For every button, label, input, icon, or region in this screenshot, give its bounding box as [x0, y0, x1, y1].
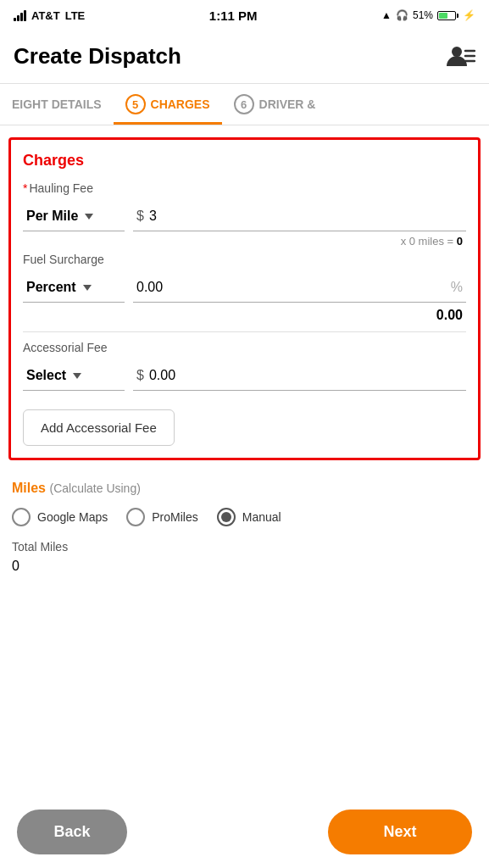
hauling-fee-value[interactable]: 3	[149, 209, 157, 224]
signal-icon	[14, 9, 26, 21]
miles-section: Miles (Calculate Using) Google Maps ProM…	[0, 472, 489, 599]
status-left: AT&T LTE	[14, 9, 85, 22]
total-miles-label: Total Miles	[12, 540, 477, 554]
fuel-dropdown-arrow-icon	[83, 285, 92, 291]
accessorial-fee-dropdown[interactable]: Select	[23, 361, 125, 391]
manual-radio-label: Manual	[242, 510, 281, 524]
hauling-dropdown-arrow-icon	[85, 214, 93, 220]
next-button[interactable]: Next	[328, 810, 472, 854]
time-label: 1:11 PM	[209, 8, 258, 23]
back-button[interactable]: Back	[17, 810, 127, 854]
location-icon: ▲	[381, 9, 392, 21]
header: Create Dispatch	[0, 31, 489, 84]
fuel-surcharge-value[interactable]: 0.00	[136, 280, 163, 295]
status-bar: AT&T LTE 1:11 PM ▲ 🎧 51% ⚡	[0, 0, 489, 31]
tab-driver-number: 6	[234, 94, 254, 114]
tab-charges-label: CHARGES	[151, 97, 210, 111]
page-title: Create Dispatch	[14, 43, 181, 70]
accessorial-fee-value[interactable]: 0.00	[149, 368, 175, 383]
miles-calc-display: x 0 miles = 0	[23, 235, 466, 248]
fuel-surcharge-label: Fuel Surcharge	[23, 253, 466, 266]
percent-symbol: %	[451, 280, 463, 295]
main-content: Charges *Hauling Fee Per Mile $ 3 x 0 mi…	[0, 137, 489, 599]
fuel-surcharge-value-container: 0.00 %	[133, 273, 466, 303]
tab-freight-label: EIGHT DETAILS	[12, 97, 102, 111]
headphone-icon: 🎧	[396, 9, 408, 21]
accessorial-fee-row: Select $ 0.00	[23, 361, 466, 391]
status-right: ▲ 🎧 51% ⚡	[381, 9, 475, 21]
google-maps-radio-circle[interactable]	[12, 508, 31, 526]
manual-radio-option[interactable]: Manual	[217, 508, 281, 526]
fuel-surcharge-dropdown[interactable]: Percent	[23, 273, 125, 303]
promiles-radio-option[interactable]: ProMiles	[126, 508, 197, 526]
accessorial-currency-symbol: $	[136, 368, 144, 383]
carrier-label: AT&T	[31, 9, 60, 22]
tab-driver-label: DRIVER &	[259, 97, 316, 111]
fuel-surcharge-total: 0.00	[26, 308, 463, 323]
tab-charges-number: 5	[125, 94, 146, 114]
accessorial-fee-value-container: $ 0.00	[133, 361, 466, 391]
tab-bar: EIGHT DETAILS 5 CHARGES 6 DRIVER &	[0, 84, 489, 125]
miles-calc-result: 0	[457, 235, 463, 248]
fuel-surcharge-row: Percent 0.00 %	[23, 273, 466, 303]
battery-icon	[437, 11, 458, 20]
charging-icon: ⚡	[463, 9, 475, 21]
total-miles-value: 0	[12, 559, 477, 574]
hauling-fee-dropdown-label: Per Mile	[26, 209, 78, 224]
miles-title: Miles (Calculate Using)	[12, 481, 477, 496]
tab-driver[interactable]: 6 DRIVER &	[222, 84, 328, 125]
accessorial-fee-label: Accessorial Fee	[23, 341, 466, 354]
user-menu-icon[interactable]	[442, 39, 475, 73]
svg-point-0	[452, 47, 462, 57]
google-maps-radio-option[interactable]: Google Maps	[12, 508, 108, 526]
fuel-surcharge-dropdown-label: Percent	[26, 280, 76, 295]
battery-percent: 51%	[413, 9, 433, 21]
charges-section: Charges *Hauling Fee Per Mile $ 3 x 0 mi…	[8, 137, 481, 460]
google-maps-radio-label: Google Maps	[37, 510, 108, 524]
promiles-radio-label: ProMiles	[152, 510, 197, 524]
network-type-label: LTE	[65, 9, 86, 22]
manual-radio-circle[interactable]	[217, 508, 236, 526]
hauling-fee-dropdown[interactable]: Per Mile	[23, 202, 125, 231]
tab-freight-details[interactable]: EIGHT DETAILS	[0, 84, 114, 125]
hauling-fee-value-container: $ 3	[133, 202, 466, 231]
accessorial-fee-dropdown-label: Select	[26, 368, 66, 383]
tab-charges[interactable]: 5 CHARGES	[114, 84, 222, 125]
accessorial-dropdown-arrow-icon	[73, 373, 81, 379]
charges-section-title: Charges	[23, 152, 466, 170]
divider	[23, 331, 466, 332]
bottom-buttons: Back Next	[0, 796, 489, 868]
miles-radio-group: Google Maps ProMiles Manual	[12, 508, 477, 526]
hauling-fee-label: *Hauling Fee	[23, 181, 466, 195]
hauling-currency-symbol: $	[136, 209, 144, 224]
add-accessorial-fee-button[interactable]: Add Accessorial Fee	[23, 409, 175, 446]
miles-subtitle: (Calculate Using)	[49, 481, 140, 495]
hauling-fee-row: Per Mile $ 3	[23, 202, 466, 231]
required-indicator: *	[23, 181, 27, 195]
promiles-radio-circle[interactable]	[126, 508, 145, 526]
